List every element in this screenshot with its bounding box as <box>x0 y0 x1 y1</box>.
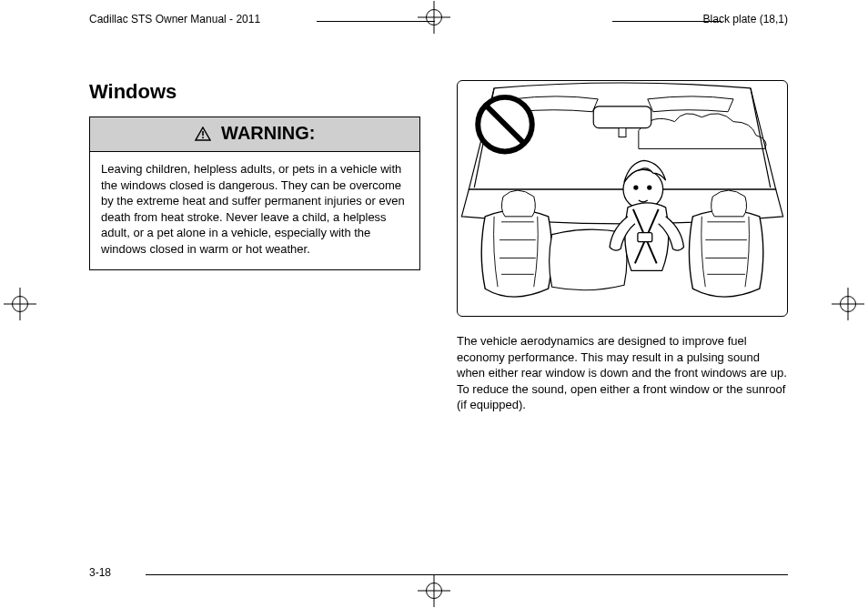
illustration <box>457 80 788 317</box>
warning-triangle-icon <box>195 125 211 146</box>
registration-mark-icon <box>832 288 864 320</box>
svg-rect-10 <box>638 233 652 242</box>
page-number: 3-18 <box>89 566 111 579</box>
illustration-svg <box>458 81 787 316</box>
svg-rect-5 <box>593 106 651 128</box>
header-left-text: Cadillac STS Owner Manual - 2011 <box>89 13 260 25</box>
registration-mark-icon <box>418 574 450 607</box>
warning-body: Leaving children, helpless adults, or pe… <box>90 152 419 269</box>
left-column: Windows WARNING: Leaving children, helpl… <box>89 80 420 413</box>
footer-rule <box>146 574 788 575</box>
svg-rect-2 <box>202 137 204 138</box>
header-rule <box>317 21 435 22</box>
header-rule <box>612 21 722 22</box>
header-right-text: Black plate (18,1) <box>703 13 788 25</box>
svg-point-9 <box>648 186 651 189</box>
svg-rect-1 <box>202 131 204 136</box>
svg-line-4 <box>751 88 771 187</box>
content-area: Windows WARNING: Leaving children, helpl… <box>89 80 788 413</box>
registration-mark-icon <box>4 288 36 320</box>
illustration-caption: The vehicle aerodynamics are designed to… <box>457 333 788 413</box>
section-heading: Windows <box>89 80 420 104</box>
warning-box: WARNING: Leaving children, helpless adul… <box>89 117 420 270</box>
right-column: The vehicle aerodynamics are designed to… <box>457 80 788 413</box>
svg-rect-6 <box>619 128 626 137</box>
manual-page: Cadillac STS Owner Manual - 2011 Black p… <box>0 0 868 608</box>
warning-label: WARNING: <box>221 123 315 143</box>
warning-heading: WARNING: <box>90 117 419 152</box>
page-header: Cadillac STS Owner Manual - 2011 Black p… <box>89 13 788 25</box>
no-symbol-icon <box>478 97 532 152</box>
svg-point-8 <box>634 186 638 189</box>
